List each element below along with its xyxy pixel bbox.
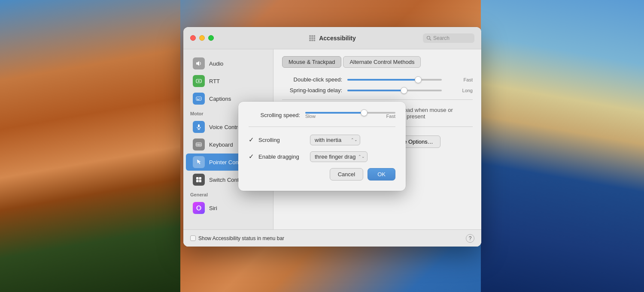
enable-dragging-check-icon: ✓ xyxy=(249,153,254,160)
modal-divider xyxy=(249,126,395,127)
scrolling-select[interactable]: with inertia without inertia xyxy=(310,135,360,145)
scrolling-select-wrapper: with inertia without inertia xyxy=(310,135,360,145)
scrolling-speed-fill xyxy=(305,112,364,114)
scrolling-check-icon: ✓ xyxy=(249,136,254,144)
dragging-select[interactable]: three finger drag without drag lock with… xyxy=(310,151,368,162)
scrolling-check-row: ✓ Scrolling with inertia without inertia xyxy=(249,135,395,145)
enable-dragging-row: ✓ Enable dragging three finger drag with… xyxy=(249,151,395,162)
scrolling-speed-range-labels: Slow Fast xyxy=(305,114,395,119)
enable-dragging-label: Enable dragging xyxy=(258,154,306,160)
fast-label: Fast xyxy=(386,114,395,119)
scrolling-speed-label: Scrolling speed: xyxy=(249,112,300,118)
scrolling-speed-slider[interactable] xyxy=(305,112,395,114)
dragging-select-wrapper: three finger drag without drag lock with… xyxy=(310,151,368,162)
cancel-button[interactable]: Cancel xyxy=(330,168,363,181)
modal-overlay: Scrolling speed: Slow Fast ✓ Scrolling w… xyxy=(0,0,644,292)
ok-button[interactable]: OK xyxy=(368,168,395,181)
scrolling-check-label: Scrolling xyxy=(258,137,306,143)
modal-buttons: Cancel OK xyxy=(249,168,395,181)
modal-dialog: Scrolling speed: Slow Fast ✓ Scrolling w… xyxy=(238,102,406,191)
scrolling-speed-thumb[interactable] xyxy=(361,109,368,116)
slow-label: Slow xyxy=(305,114,316,119)
scrolling-speed-slider-container: Slow Fast xyxy=(305,112,395,119)
scrolling-speed-row: Scrolling speed: Slow Fast xyxy=(249,112,395,119)
